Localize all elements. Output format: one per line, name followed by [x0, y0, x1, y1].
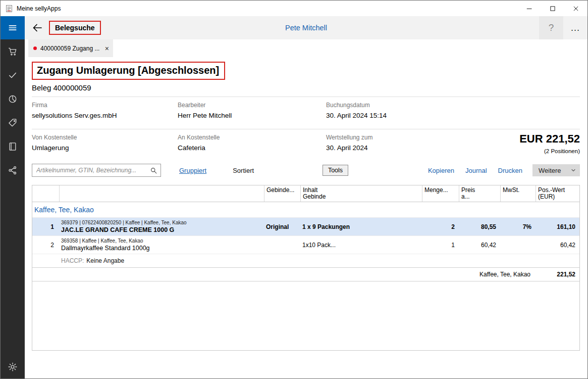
- back-icon[interactable]: [31, 22, 43, 34]
- search-input[interactable]: [36, 167, 150, 174]
- print-link[interactable]: Drucken: [498, 167, 522, 174]
- field-an-kostenstelle: An Kostenstelle Cafeteria: [178, 134, 326, 152]
- row-mwst: 7%: [500, 223, 536, 230]
- tag-icon[interactable]: [1, 111, 25, 134]
- sidebar-nav: [1, 16, 25, 378]
- more-actions-label: Weitere: [539, 167, 570, 174]
- field-value: 30. April 2024 15:14: [326, 112, 580, 119]
- annotation-box-title: Zugang Umlagerung [Abgeschlossen]: [32, 62, 225, 80]
- header-preis-line2: a...: [461, 194, 498, 200]
- header-number: [32, 185, 59, 202]
- field-label: Von Kostenstelle: [32, 134, 178, 141]
- search-icon[interactable]: [150, 167, 157, 174]
- row-inhalt: 1x10 Pack...: [300, 242, 422, 249]
- field-firma: Firma sellysolutions Serv.ges.mbH: [32, 102, 178, 119]
- field-label: An Kostenstelle: [178, 134, 326, 141]
- row-gebinde: Original: [264, 223, 300, 230]
- header-mwst[interactable]: MwSt.: [500, 185, 536, 202]
- annotation-box-breadcrumb: Belegsuche: [49, 21, 101, 35]
- document-content: Zugang Umlagerung [Abgeschlossen] Beleg …: [25, 57, 587, 378]
- row-number: 2: [32, 242, 59, 249]
- table-header: Gebinde... Inhalt Gebinde Menge... Preis…: [32, 185, 579, 202]
- check-icon[interactable]: [1, 63, 25, 87]
- app-icon: [5, 5, 13, 13]
- table-empty-area: [32, 281, 579, 350]
- info-row-2: Von Kostenstelle Umlagerung An Kostenste…: [32, 129, 580, 157]
- header-pos-wert-line2: (EUR): [538, 194, 577, 200]
- header-description: [59, 185, 264, 202]
- help-button[interactable]: ?: [539, 16, 563, 39]
- table-row[interactable]: 2 369358 | Kaffee | Kaffee, Tee, Kakao D…: [32, 235, 579, 254]
- field-value: Umlagerung: [32, 144, 178, 152]
- book-icon[interactable]: [1, 134, 25, 158]
- field-buchungsdatum: Buchungsdatum 30. April 2024 15:14: [326, 102, 580, 119]
- field-label: Firma: [32, 102, 178, 109]
- header-pos-wert[interactable]: Pos.-Wert (EUR): [536, 185, 579, 202]
- row-preis: 60,42: [459, 242, 500, 249]
- cart-icon[interactable]: [1, 39, 25, 63]
- summary-total: 221,52: [536, 271, 579, 278]
- tab-close-icon[interactable]: ×: [105, 44, 109, 53]
- hamburger-menu-icon[interactable]: [1, 16, 25, 39]
- row-pos-wert: 60,42: [536, 242, 579, 249]
- header-menge[interactable]: Menge...: [422, 185, 459, 202]
- haccp-label: HACCP:: [61, 257, 84, 264]
- header-inhalt[interactable]: Inhalt Gebinde: [300, 185, 422, 202]
- copy-link[interactable]: Kopieren: [428, 167, 454, 174]
- row-meta: 369379 | 07622400820250 | Kaffee | Kaffe…: [61, 220, 262, 226]
- field-label: Buchungsdatum: [326, 102, 580, 109]
- haccp-value: Keine Angabe: [86, 257, 124, 264]
- minimize-button[interactable]: [518, 1, 541, 16]
- header-gebinde[interactable]: Gebinde...: [264, 185, 300, 202]
- row-description: 369358 | Kaffee | Kaffee, Tee, Kakao Dal…: [59, 238, 264, 252]
- row-description: 369379 | 07622400820250 | Kaffee | Kaffe…: [59, 220, 264, 234]
- items-toolbar: Gruppiert Sortiert Tools Kopieren Journa…: [32, 164, 580, 177]
- window-title: Meine sellyApps: [17, 5, 518, 12]
- table-row[interactable]: 1 369379 | 07622400820250 | Kaffee | Kaf…: [32, 217, 579, 235]
- tools-button[interactable]: Tools: [323, 165, 348, 176]
- row-product-name: JAC.LE GRAND CAFE CREME 1000 G: [61, 226, 262, 234]
- header-preis[interactable]: Preis a...: [459, 185, 500, 202]
- document-number: Beleg 400000059: [32, 83, 580, 92]
- chevron-down-icon: [570, 167, 576, 173]
- field-value: Herr Pete Mitchell: [178, 112, 326, 119]
- field-value: sellysolutions Serv.ges.mbH: [32, 112, 178, 119]
- search-box: [32, 164, 161, 177]
- sorted-toggle[interactable]: Sortiert: [233, 167, 254, 174]
- breadcrumb: Belegsuche: [55, 24, 95, 32]
- row-pos-wert: 161,10: [536, 223, 579, 230]
- grouped-toggle[interactable]: Gruppiert: [179, 167, 206, 174]
- info-row-1: Firma sellysolutions Serv.ges.mbH Bearbe…: [32, 97, 580, 124]
- tab-document[interactable]: 400000059 Zugang ... ×: [28, 39, 113, 57]
- more-options-button[interactable]: ...: [563, 16, 587, 39]
- field-label: Bearbeiter: [178, 102, 326, 109]
- pie-chart-icon[interactable]: [1, 87, 25, 111]
- user-name[interactable]: Pete Mitchell: [285, 24, 327, 32]
- total-amount: EUR 221,52: [519, 132, 580, 146]
- tab-status-dot-icon: [33, 46, 37, 50]
- journal-link[interactable]: Journal: [465, 167, 487, 174]
- row-product-name: Dallmayrkaffee Standard 1000g: [61, 245, 262, 252]
- app-header-bar: Belegsuche Pete Mitchell ? ...: [25, 16, 587, 39]
- share-icon[interactable]: [1, 158, 25, 182]
- group-header-row[interactable]: Kaffee, Tee, Kakao: [32, 202, 579, 217]
- tab-label: 400000059 Zugang ...: [40, 45, 102, 52]
- close-button[interactable]: [564, 1, 587, 16]
- tab-strip: 400000059 Zugang ... ×: [25, 39, 587, 57]
- maximize-button[interactable]: [541, 1, 564, 16]
- haccp-row: HACCP: Keine Angabe: [32, 254, 579, 267]
- row-number: 1: [32, 223, 59, 230]
- field-value: Cafeteria: [178, 144, 326, 152]
- row-preis: 80,55: [459, 223, 500, 230]
- more-actions-dropdown[interactable]: Weitere: [532, 164, 580, 176]
- field-bearbeiter: Bearbeiter Herr Pete Mitchell: [178, 102, 326, 119]
- window-titlebar: Meine sellyApps: [1, 1, 587, 16]
- header-inhalt-line2: Gebinde: [303, 194, 420, 200]
- positions-count: (2 Positionen): [519, 148, 580, 154]
- gear-icon[interactable]: [1, 355, 25, 378]
- document-total: EUR 221,52 (2 Positionen): [519, 132, 580, 154]
- field-von-kostenstelle: Von Kostenstelle Umlagerung: [32, 134, 178, 152]
- group-summary-row: Kaffee, Tee, Kakao 221,52: [32, 267, 579, 281]
- document-title: Zugang Umlagerung [Abgeschlossen]: [37, 65, 219, 76]
- row-menge: 2: [422, 223, 459, 230]
